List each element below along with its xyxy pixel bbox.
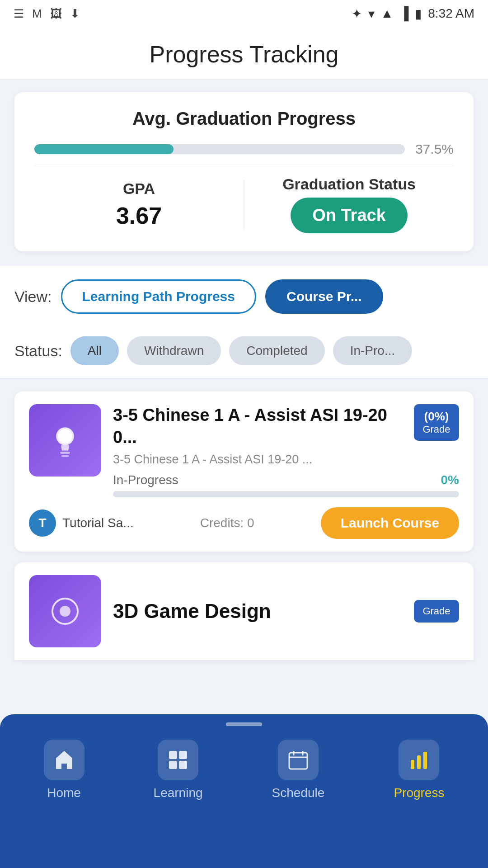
svg-rect-2 <box>61 455 69 457</box>
home-icon <box>53 749 75 771</box>
image-icon: 🖼 <box>50 7 62 21</box>
gpa-section: GPA 3.67 <box>34 180 244 229</box>
on-track-badge: On Track <box>291 198 408 233</box>
svg-rect-7 <box>169 751 177 759</box>
view-toggle-section: View: Learning Path Progress Course Pr..… <box>0 266 488 327</box>
status-bar: ☰ M 🖼 ⬇ ✦ ▾ ▲ ▐ ▮ 8:32 AM <box>0 0 488 27</box>
filter-all[interactable]: All <box>70 336 119 365</box>
svg-rect-1 <box>60 452 70 454</box>
course-progress-bar <box>113 491 459 497</box>
bottom-nav: Home Learning <box>0 726 488 800</box>
view-row: View: Learning Path Progress Course Pr..… <box>14 279 474 314</box>
gpa-value: 3.67 <box>34 202 244 229</box>
schedule-icon-circle <box>278 740 319 780</box>
svg-rect-9 <box>169 761 177 769</box>
nav-learning[interactable]: Learning <box>154 740 203 800</box>
signal-icon: ▐ <box>399 6 408 21</box>
notification-icon: ☰ <box>14 7 24 21</box>
tutor-avatar: T <box>29 509 56 537</box>
course-list: 3-5 Chinese 1 A - Assist ASI 19-20 0... … <box>14 392 474 660</box>
battery-icon: ▮ <box>415 6 422 21</box>
svg-point-6 <box>60 606 70 617</box>
download-icon: ⬇ <box>70 7 80 21</box>
graduation-progress-card: Avg. Graduation Progress 37.5% GPA 3.67 … <box>14 92 474 251</box>
learning-icon-circle <box>158 740 198 780</box>
course-progress-percent: 0% <box>441 473 459 487</box>
status-icons-left: ☰ M 🖼 ⬇ <box>14 7 80 21</box>
partial-grade-label: Grade <box>422 605 451 617</box>
svg-rect-17 <box>423 752 427 769</box>
course-card: 3-5 Chinese 1 A - Assist ASI 19-20 0... … <box>14 392 474 552</box>
partial-course-title: 3D Game Design <box>113 600 402 623</box>
filter-completed[interactable]: Completed <box>229 336 324 365</box>
grid-icon <box>167 749 189 771</box>
svg-rect-8 <box>179 751 187 759</box>
nav-progress-label: Progress <box>394 786 444 800</box>
nav-home[interactable]: Home <box>44 740 84 800</box>
view-toggle-label: View: <box>14 288 52 306</box>
filter-withdrawn[interactable]: Withdrawn <box>127 336 221 365</box>
course-top-row: 3-5 Chinese 1 A - Assist ASI 19-20 0... … <box>29 404 459 497</box>
course-status: In-Progress <box>113 473 178 487</box>
course-card-partial: 3D Game Design Grade <box>14 562 474 660</box>
tutor-name: Tutorial Sa... <box>62 516 134 530</box>
svg-rect-10 <box>179 761 187 769</box>
time-display: 8:32 AM <box>428 6 474 21</box>
wifi-fill-icon: ▲ <box>381 6 394 21</box>
filter-in-progress[interactable]: In-Pro... <box>333 336 413 365</box>
progress-icon-circle <box>399 740 439 780</box>
bulb-icon <box>45 420 85 461</box>
bluetooth-icon: ✦ <box>352 6 362 21</box>
nav-schedule[interactable]: Schedule <box>272 740 325 800</box>
course-icon-box <box>29 404 101 476</box>
course-top-partial: 3D Game Design Grade <box>29 575 459 647</box>
course-subtitle: 3-5 Chinese 1 A - Assist ASI 19-20 ... <box>113 453 459 467</box>
nav-schedule-label: Schedule <box>272 786 325 800</box>
avg-progress-bar-fill <box>34 144 174 154</box>
partial-grade-badge: Grade <box>414 600 459 623</box>
page-header: Progress Tracking <box>0 27 488 80</box>
avg-progress-bar-container: 37.5% <box>34 142 454 157</box>
gmail-icon: M <box>32 7 42 21</box>
status-filter-label: Status: <box>14 342 62 360</box>
bottom-nav-overlay: Home Learning <box>0 714 488 868</box>
course-info: 3-5 Chinese 1 A - Assist ASI 19-20 0... … <box>113 404 459 497</box>
gpa-label: GPA <box>34 180 244 198</box>
chart-icon <box>408 749 430 771</box>
circle-icon <box>47 593 83 629</box>
course-status-row: In-Progress 0% <box>113 473 459 487</box>
credits-value: 0 <box>247 516 254 530</box>
card-divider <box>34 166 454 166</box>
view-btn-learning-path[interactable]: Learning Path Progress <box>61 279 256 314</box>
avg-progress-bar-track <box>34 144 405 154</box>
course-tutor: T Tutorial Sa... <box>29 509 134 537</box>
grade-badge: (0%) Grade <box>414 404 459 441</box>
nav-progress[interactable]: Progress <box>394 740 444 800</box>
svg-point-4 <box>60 429 70 442</box>
partial-course-icon-box <box>29 575 101 647</box>
calendar-icon <box>287 749 309 771</box>
home-icon-circle <box>44 740 84 780</box>
main-content: Avg. Graduation Progress 37.5% GPA 3.67 … <box>0 80 488 660</box>
nav-home-label: Home <box>47 786 81 800</box>
grade-label: Grade <box>422 424 451 435</box>
svg-rect-16 <box>417 755 421 769</box>
view-btn-course-progress[interactable]: Course Pr... <box>265 279 383 314</box>
status-icons-right: ✦ ▾ ▲ ▐ ▮ 8:32 AM <box>352 6 474 21</box>
gpa-status-row: GPA 3.67 Graduation Status On Track <box>34 175 454 233</box>
credits-text: Credits: 0 <box>200 516 254 530</box>
wifi-icon: ▾ <box>368 6 375 21</box>
grad-card-title: Avg. Graduation Progress <box>34 108 454 129</box>
avg-progress-percentage: 37.5% <box>413 142 454 157</box>
course-title: 3-5 Chinese 1 A - Assist ASI 19-20 0... <box>113 404 407 449</box>
svg-rect-15 <box>411 760 414 769</box>
course-title-row: 3-5 Chinese 1 A - Assist ASI 19-20 0... … <box>113 404 459 449</box>
bottom-handle <box>226 722 262 726</box>
page-title: Progress Tracking <box>0 41 488 68</box>
status-filter-section: Status: All Withdrawn Completed In-Pro..… <box>0 327 488 379</box>
nav-learning-label: Learning <box>154 786 203 800</box>
graduation-status-label: Graduation Status <box>244 175 454 193</box>
launch-course-button[interactable]: Launch Course <box>321 507 459 539</box>
svg-rect-11 <box>289 753 307 769</box>
course-bottom-row: T Tutorial Sa... Credits: 0 Launch Cours… <box>29 507 459 539</box>
